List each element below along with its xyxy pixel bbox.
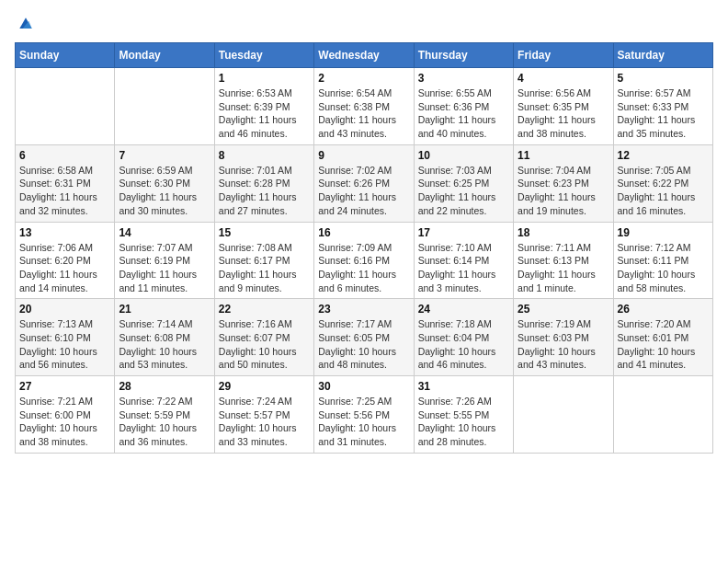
day-number: 25 — [518, 303, 609, 316]
calendar-day-cell: 9Sunrise: 7:02 AMSunset: 6:26 PMDaylight… — [314, 144, 414, 222]
calendar-day-cell: 26Sunrise: 7:20 AMSunset: 6:01 PMDayligh… — [613, 299, 712, 376]
day-info: Sunrise: 7:08 AMSunset: 6:17 PMDaylight:… — [219, 241, 310, 295]
calendar-day-cell: 1Sunrise: 6:53 AMSunset: 6:39 PMDaylight… — [214, 68, 313, 145]
calendar-day-cell: 19Sunrise: 7:12 AMSunset: 6:11 PMDayligh… — [613, 222, 712, 299]
calendar-day-cell — [115, 68, 214, 145]
day-number: 29 — [219, 380, 310, 393]
calendar-day-cell: 12Sunrise: 7:05 AMSunset: 6:22 PMDayligh… — [613, 144, 712, 222]
calendar-day-cell: 6Sunrise: 6:58 AMSunset: 6:31 PMDaylight… — [16, 144, 115, 222]
day-number: 31 — [418, 380, 509, 393]
day-number: 11 — [518, 149, 609, 162]
calendar-week-row: 6Sunrise: 6:58 AMSunset: 6:31 PMDaylight… — [16, 144, 713, 222]
calendar-day-cell: 13Sunrise: 7:06 AMSunset: 6:20 PMDayligh… — [16, 222, 115, 299]
day-info: Sunrise: 7:11 AMSunset: 6:13 PMDaylight:… — [518, 241, 609, 295]
day-number: 6 — [19, 149, 110, 162]
day-info: Sunrise: 7:01 AMSunset: 6:28 PMDaylight:… — [219, 164, 310, 218]
day-number: 14 — [119, 226, 210, 239]
day-info: Sunrise: 7:02 AMSunset: 6:26 PMDaylight:… — [318, 164, 409, 218]
day-number: 5 — [618, 72, 709, 85]
calendar-table: SundayMondayTuesdayWednesdayThursdayFrid… — [15, 42, 713, 454]
calendar-day-cell: 15Sunrise: 7:08 AMSunset: 6:17 PMDayligh… — [214, 222, 313, 299]
day-info: Sunrise: 6:58 AMSunset: 6:31 PMDaylight:… — [19, 164, 110, 218]
day-info: Sunrise: 7:07 AMSunset: 6:19 PMDaylight:… — [119, 241, 210, 295]
day-number: 12 — [618, 149, 709, 162]
day-info: Sunrise: 7:22 AMSunset: 5:59 PMDaylight:… — [119, 395, 210, 449]
day-number: 17 — [418, 226, 509, 239]
calendar-day-cell: 27Sunrise: 7:21 AMSunset: 6:00 PMDayligh… — [16, 376, 115, 454]
day-number: 19 — [618, 226, 709, 239]
day-info: Sunrise: 7:06 AMSunset: 6:20 PMDaylight:… — [19, 241, 110, 295]
day-number: 3 — [418, 72, 509, 85]
calendar-day-cell: 4Sunrise: 6:56 AMSunset: 6:35 PMDaylight… — [514, 68, 613, 145]
calendar-day-cell: 3Sunrise: 6:55 AMSunset: 6:36 PMDaylight… — [414, 68, 513, 145]
calendar-day-cell: 16Sunrise: 7:09 AMSunset: 6:16 PMDayligh… — [314, 222, 414, 299]
day-number: 28 — [119, 380, 210, 393]
day-number: 23 — [318, 303, 409, 316]
calendar-day-cell: 17Sunrise: 7:10 AMSunset: 6:14 PMDayligh… — [414, 222, 513, 299]
calendar-day-cell: 29Sunrise: 7:24 AMSunset: 5:57 PMDayligh… — [214, 376, 313, 454]
day-info: Sunrise: 6:53 AMSunset: 6:39 PMDaylight:… — [219, 86, 310, 141]
calendar-header-row: SundayMondayTuesdayWednesdayThursdayFrid… — [16, 43, 713, 68]
day-of-week-header: Wednesday — [314, 43, 414, 68]
day-info: Sunrise: 7:09 AMSunset: 6:16 PMDaylight:… — [318, 241, 409, 295]
day-number: 15 — [219, 226, 310, 239]
day-number: 26 — [618, 303, 709, 316]
day-info: Sunrise: 7:17 AMSunset: 6:05 PMDaylight:… — [318, 317, 409, 372]
day-number: 10 — [418, 149, 509, 162]
day-of-week-header: Sunday — [16, 43, 115, 68]
page-header — [15, 15, 713, 33]
calendar-day-cell: 2Sunrise: 6:54 AMSunset: 6:38 PMDaylight… — [314, 68, 414, 145]
calendar-day-cell: 5Sunrise: 6:57 AMSunset: 6:33 PMDaylight… — [613, 68, 712, 145]
day-number: 2 — [318, 72, 409, 85]
day-number: 8 — [219, 149, 310, 162]
day-info: Sunrise: 7:13 AMSunset: 6:10 PMDaylight:… — [19, 317, 110, 372]
logo — [15, 15, 35, 33]
day-number: 24 — [418, 303, 509, 316]
day-number: 9 — [318, 149, 409, 162]
logo-icon — [17, 15, 35, 33]
day-number: 4 — [518, 72, 609, 85]
day-info: Sunrise: 7:16 AMSunset: 6:07 PMDaylight:… — [219, 317, 310, 372]
calendar-day-cell — [514, 376, 613, 454]
calendar-day-cell: 31Sunrise: 7:26 AMSunset: 5:55 PMDayligh… — [414, 376, 513, 454]
calendar-day-cell: 20Sunrise: 7:13 AMSunset: 6:10 PMDayligh… — [16, 299, 115, 376]
day-number: 20 — [19, 303, 110, 316]
calendar-day-cell: 8Sunrise: 7:01 AMSunset: 6:28 PMDaylight… — [214, 144, 313, 222]
calendar-week-row: 20Sunrise: 7:13 AMSunset: 6:10 PMDayligh… — [16, 299, 713, 376]
day-number: 27 — [19, 380, 110, 393]
day-number: 1 — [219, 72, 310, 85]
day-info: Sunrise: 7:19 AMSunset: 6:03 PMDaylight:… — [518, 317, 609, 372]
day-info: Sunrise: 6:57 AMSunset: 6:33 PMDaylight:… — [618, 86, 709, 141]
day-number: 13 — [19, 226, 110, 239]
day-info: Sunrise: 6:59 AMSunset: 6:30 PMDaylight:… — [119, 164, 210, 218]
calendar-day-cell — [613, 376, 712, 454]
day-number: 16 — [318, 226, 409, 239]
day-info: Sunrise: 7:20 AMSunset: 6:01 PMDaylight:… — [618, 317, 709, 372]
day-info: Sunrise: 7:21 AMSunset: 6:00 PMDaylight:… — [19, 395, 110, 449]
calendar-day-cell: 11Sunrise: 7:04 AMSunset: 6:23 PMDayligh… — [514, 144, 613, 222]
day-info: Sunrise: 7:24 AMSunset: 5:57 PMDaylight:… — [219, 395, 310, 449]
calendar-day-cell: 21Sunrise: 7:14 AMSunset: 6:08 PMDayligh… — [115, 299, 214, 376]
day-of-week-header: Monday — [115, 43, 214, 68]
day-of-week-header: Saturday — [613, 43, 712, 68]
calendar-day-cell: 14Sunrise: 7:07 AMSunset: 6:19 PMDayligh… — [115, 222, 214, 299]
day-of-week-header: Thursday — [414, 43, 513, 68]
day-number: 30 — [318, 380, 409, 393]
day-of-week-header: Friday — [514, 43, 613, 68]
calendar-week-row: 27Sunrise: 7:21 AMSunset: 6:00 PMDayligh… — [16, 376, 713, 454]
day-info: Sunrise: 7:04 AMSunset: 6:23 PMDaylight:… — [518, 164, 609, 218]
calendar-day-cell: 23Sunrise: 7:17 AMSunset: 6:05 PMDayligh… — [314, 299, 414, 376]
day-info: Sunrise: 7:03 AMSunset: 6:25 PMDaylight:… — [418, 164, 509, 218]
day-number: 7 — [119, 149, 210, 162]
calendar-week-row: 13Sunrise: 7:06 AMSunset: 6:20 PMDayligh… — [16, 222, 713, 299]
day-number: 22 — [219, 303, 310, 316]
calendar-day-cell: 25Sunrise: 7:19 AMSunset: 6:03 PMDayligh… — [514, 299, 613, 376]
day-info: Sunrise: 6:55 AMSunset: 6:36 PMDaylight:… — [418, 86, 509, 141]
day-info: Sunrise: 7:14 AMSunset: 6:08 PMDaylight:… — [119, 317, 210, 372]
calendar-week-row: 1Sunrise: 6:53 AMSunset: 6:39 PMDaylight… — [16, 68, 713, 145]
day-info: Sunrise: 7:05 AMSunset: 6:22 PMDaylight:… — [618, 164, 709, 218]
day-info: Sunrise: 7:25 AMSunset: 5:56 PMDaylight:… — [318, 395, 409, 449]
calendar-day-cell: 18Sunrise: 7:11 AMSunset: 6:13 PMDayligh… — [514, 222, 613, 299]
day-info: Sunrise: 7:26 AMSunset: 5:55 PMDaylight:… — [418, 395, 509, 449]
calendar-day-cell — [16, 68, 115, 145]
